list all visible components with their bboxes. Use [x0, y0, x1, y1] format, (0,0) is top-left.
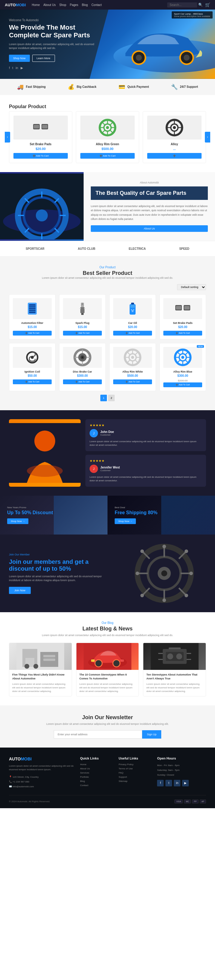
twitter-icon[interactable]: t: [12, 66, 13, 70]
instagram-icon[interactable]: in: [16, 66, 18, 70]
product-card-0: Set Brake Pads $20.00 ➕ Add To Cart: [9, 111, 72, 163]
footer-link-faq[interactable]: FAQ: [119, 772, 151, 774]
bs-cart-6[interactable]: ➕ Add To Cart: [113, 379, 152, 384]
promo-left-button[interactable]: Shop Now →: [7, 519, 29, 524]
page-btn-2[interactable]: 2: [108, 395, 115, 401]
product-card-2: Alloy ... ➕: [143, 111, 206, 163]
slider-prev-button[interactable]: ‹: [5, 132, 10, 143]
support-icon: 🔧: [171, 84, 178, 90]
ignition-coil-svg: [25, 350, 40, 365]
promo-right-button[interactable]: Shop Now →: [115, 519, 136, 524]
footer-logo-prefix: AUTO: [9, 757, 21, 761]
alloy-rim-blue-svg: [174, 348, 192, 366]
blog-tag: Our Blog: [9, 621, 206, 624]
svg-rect-7: [34, 125, 39, 129]
bestseller-sort: Default sorting: [9, 284, 206, 290]
footer-link-contact[interactable]: Contact: [80, 784, 113, 787]
footer-link-privacy[interactable]: Privacy Policy: [119, 763, 151, 766]
svg-rect-41: [29, 304, 35, 313]
facebook-icon[interactable]: f: [9, 66, 10, 70]
bs-cart-4[interactable]: ➕ Add To Cart: [13, 379, 52, 384]
bestseller-pagination: 1 2: [9, 395, 206, 401]
footer-link-support[interactable]: Support: [119, 776, 151, 778]
about-us-button[interactable]: About Us: [91, 225, 208, 232]
testimonials-cards: ★★★★★ J John Doe Customer Lorem ipsum do…: [85, 419, 206, 487]
bestseller-grid: Automotive Filter $15.00 ➕ Add To Cart S…: [9, 294, 206, 391]
svg-point-125: [95, 660, 102, 667]
nav-blog[interactable]: Blog: [82, 3, 88, 6]
svg-point-4: [184, 55, 190, 60]
search-input[interactable]: [167, 2, 197, 8]
slider-next-button[interactable]: ›: [205, 132, 210, 143]
footer-useful-links-title: Useful Links: [119, 757, 151, 760]
footer-contact: 📍 123 Street, City, Country 📞 +1 234 567…: [9, 775, 74, 789]
promo-section: New Years Promo Up To 50% Discount Shop …: [0, 496, 215, 535]
svg-point-22: [173, 126, 176, 129]
bs-cart-7[interactable]: ➕ Add To Cart: [163, 382, 202, 387]
footer-link-portfolio[interactable]: Portfolio: [80, 776, 113, 778]
svg-point-107: [162, 545, 166, 548]
bs-cart-3[interactable]: ➕ Add To Cart: [163, 331, 202, 336]
svg-point-65: [81, 356, 83, 358]
svg-rect-48: [80, 307, 84, 313]
learn-more-button[interactable]: Learn More: [32, 55, 55, 62]
bs-cart-0[interactable]: ➕ Add To Cart: [13, 331, 52, 336]
bs-card-0: Automotive Filter $15.00 ➕ Add To Cart: [9, 294, 56, 339]
cart-icon[interactable]: 🛒: [205, 2, 210, 7]
bs-name-2: Car Oil: [113, 321, 152, 325]
add-to-cart-0[interactable]: ➕ Add To Cart: [13, 153, 68, 159]
page-btn-1[interactable]: 1: [100, 395, 107, 401]
footer-link-about[interactable]: About Us: [80, 767, 113, 770]
footer-youtube-icon[interactable]: ▶: [182, 780, 189, 786]
youtube-icon[interactable]: ▶: [21, 66, 23, 70]
nav-home[interactable]: Home: [32, 3, 40, 6]
hero-welcome: Welcome To Automobi: [9, 19, 99, 22]
add-to-cart-1[interactable]: ➕ Add To Cart: [80, 153, 135, 159]
svg-line-91: [177, 360, 180, 363]
popular-title: Popular Product: [9, 104, 206, 109]
join-now-button[interactable]: Join Now: [9, 587, 31, 594]
bs-cart-5[interactable]: ➕ Add To Cart: [63, 379, 102, 384]
member-title-highlight: 50%: [59, 565, 71, 572]
footer-link-terms[interactable]: Terms of Use: [119, 767, 151, 770]
svg-rect-59: [184, 306, 190, 310]
footer-twitter-icon[interactable]: t: [166, 780, 172, 786]
footer-facebook-icon[interactable]: f: [157, 780, 164, 786]
sort-select[interactable]: Default sorting: [177, 284, 206, 290]
feature-support: 🔧 24/7 Support: [171, 84, 198, 90]
newsletter-email-input[interactable]: [54, 730, 142, 738]
footer-link-home[interactable]: Home: [80, 763, 113, 766]
nav-pages[interactable]: Pages: [70, 3, 78, 6]
product-img-0: [13, 116, 68, 140]
footer-logo-suffix: MOBI: [21, 757, 32, 761]
blog-post-desc-1: Lorem ipsum dolor sit amet consectetur a…: [80, 682, 136, 693]
search-icon[interactable]: 🔍: [198, 3, 203, 7]
bs-old-price-7: $200.00: [163, 379, 202, 382]
svg-point-112: [185, 594, 188, 597]
nav-shop[interactable]: Shop: [59, 3, 66, 6]
newsletter-submit-button[interactable]: Sign Up: [142, 730, 161, 738]
footer-link-sitemap[interactable]: Sitemap: [119, 780, 151, 783]
about-tag: About Automobi: [91, 181, 208, 184]
nav-contact[interactable]: Contact: [91, 3, 102, 6]
nav-about[interactable]: About Us: [43, 3, 56, 6]
bestseller-header: Our Product Best Seller Product Lorem ip…: [9, 266, 206, 279]
svg-rect-127: [91, 659, 95, 662]
bs-price-2: $20.00: [113, 325, 152, 329]
shop-now-button[interactable]: Shop Now: [9, 55, 30, 62]
product-name-1: Alloy Rim Green: [80, 143, 135, 146]
footer-link-services[interactable]: Services: [80, 772, 113, 774]
bestseller-tag: Our Product: [9, 266, 206, 269]
blog-img-engine-svg: [151, 643, 199, 670]
bs-price-0: $15.00: [13, 325, 52, 329]
bs-cart-1[interactable]: ➕ Add To Cart: [63, 331, 102, 336]
footer-instagram-icon[interactable]: in: [174, 780, 180, 786]
footer-link-blog[interactable]: Blog: [80, 780, 113, 783]
automotive-filter-svg: [25, 301, 40, 316]
membership-tag: Join Our Member: [9, 553, 113, 556]
bs-img-1: [63, 298, 102, 319]
add-to-cart-2[interactable]: ➕: [147, 153, 202, 159]
bs-price-5: $300.00: [63, 374, 102, 377]
bs-cart-2[interactable]: ➕ Add To Cart: [113, 331, 152, 336]
bs-price-6: $500.00: [113, 374, 152, 377]
